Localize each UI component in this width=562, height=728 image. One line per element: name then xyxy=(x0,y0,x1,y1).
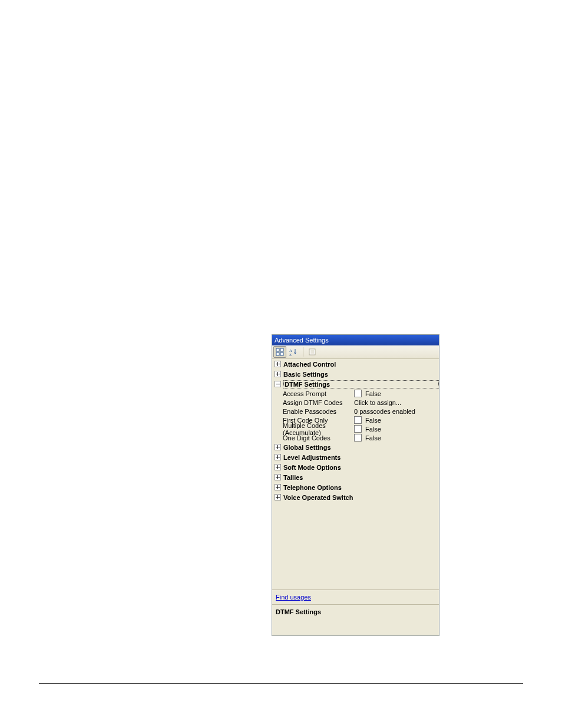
property-row[interactable]: Multiple Codes (Accumulate)False xyxy=(272,424,439,433)
property-value[interactable]: 0 passcodes enabled xyxy=(352,408,439,415)
property-row[interactable]: One Digit CodesFalse xyxy=(272,433,439,442)
category-label: Soft Mode Options xyxy=(283,464,439,471)
property-value[interactable]: False xyxy=(352,434,439,442)
description-pane: DTMF Settings xyxy=(272,605,439,635)
property-value-text: False xyxy=(365,390,381,397)
property-grid-panel: Advanced Settings AZ Attached ControlBas… xyxy=(272,334,439,636)
alphabetical-view-button[interactable]: AZ xyxy=(287,346,300,358)
category-row[interactable]: DTMF Settings xyxy=(272,379,439,389)
svg-rect-1 xyxy=(280,348,283,351)
property-value-text: False xyxy=(365,434,381,442)
property-row[interactable]: Access PromptFalse xyxy=(272,389,439,398)
category-label: Level Adjustments xyxy=(283,454,439,461)
property-value-text: False xyxy=(365,417,381,424)
expand-icon[interactable] xyxy=(275,454,281,460)
category-row[interactable]: Voice Operated Switch xyxy=(272,492,439,502)
expand-icon[interactable] xyxy=(275,484,281,490)
svg-rect-2 xyxy=(276,353,279,355)
commands-pane: Find usages xyxy=(272,589,439,605)
property-value-text: 0 passcodes enabled xyxy=(354,408,415,415)
checkbox-icon[interactable] xyxy=(354,425,362,433)
expand-icon[interactable] xyxy=(275,464,281,470)
property-name: One Digit Codes xyxy=(272,434,352,442)
checkbox-icon[interactable] xyxy=(354,416,362,424)
expand-icon[interactable] xyxy=(275,361,281,367)
checkbox-icon[interactable] xyxy=(354,390,362,397)
expand-icon[interactable] xyxy=(275,474,281,480)
find-usages-link[interactable]: Find usages xyxy=(276,594,311,601)
category-label: Global Settings xyxy=(283,444,439,451)
category-label: Telephone Options xyxy=(283,484,439,491)
property-grid-toolbar: AZ xyxy=(272,345,439,359)
svg-text:Z: Z xyxy=(289,353,292,356)
category-row[interactable]: Global Settings xyxy=(272,442,439,452)
category-label: Basic Settings xyxy=(283,371,439,378)
collapse-icon[interactable] xyxy=(275,381,281,387)
document-page: Advanced Settings AZ Attached ControlBas… xyxy=(0,0,562,728)
category-row[interactable]: Tallies xyxy=(272,472,439,482)
category-label: Attached Control xyxy=(283,361,439,368)
categorized-view-button[interactable] xyxy=(273,346,286,358)
property-name: Access Prompt xyxy=(272,390,352,397)
property-value[interactable]: False xyxy=(352,425,439,433)
category-label: Voice Operated Switch xyxy=(283,494,439,501)
property-name: Assign DTMF Codes xyxy=(272,399,352,406)
property-value-text: False xyxy=(365,426,381,433)
panel-title: Advanced Settings xyxy=(272,335,439,345)
category-row[interactable]: Telephone Options xyxy=(272,482,439,492)
property-value[interactable]: False xyxy=(352,416,439,424)
category-label: DTMF Settings xyxy=(283,380,439,388)
property-grid[interactable]: Attached ControlBasic SettingsDTMF Setti… xyxy=(272,359,439,589)
property-value-text: Click to assign... xyxy=(354,399,401,406)
expand-icon[interactable] xyxy=(275,371,281,377)
page-footer-rule xyxy=(39,683,523,684)
category-row[interactable]: Attached Control xyxy=(272,359,439,369)
toolbar-separator xyxy=(303,347,303,357)
svg-rect-0 xyxy=(276,348,279,351)
property-name: Enable Passcodes xyxy=(272,408,352,415)
expand-icon[interactable] xyxy=(275,494,281,500)
property-value[interactable]: Click to assign... xyxy=(352,399,439,406)
expand-icon[interactable] xyxy=(275,444,281,450)
category-label: Tallies xyxy=(283,474,439,481)
property-pages-button[interactable] xyxy=(306,346,319,358)
category-row[interactable]: Basic Settings xyxy=(272,369,439,379)
description-title: DTMF Settings xyxy=(276,608,435,615)
category-row[interactable]: Soft Mode Options xyxy=(272,462,439,472)
property-value[interactable]: False xyxy=(352,390,439,397)
property-row[interactable]: Enable Passcodes0 passcodes enabled xyxy=(272,407,439,416)
checkbox-icon[interactable] xyxy=(354,434,362,442)
property-row[interactable]: Assign DTMF CodesClick to assign... xyxy=(272,398,439,407)
category-row[interactable]: Level Adjustments xyxy=(272,452,439,462)
svg-rect-3 xyxy=(280,353,283,355)
